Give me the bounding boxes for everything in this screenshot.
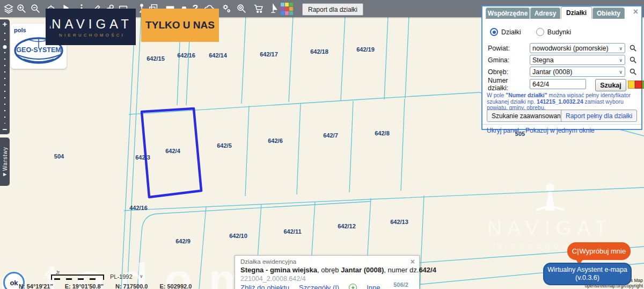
parcel-label-642/14[interactable]: 642/14 xyxy=(209,52,227,59)
szukanie-zaawansowane-button[interactable]: Szukanie zaawansowane xyxy=(487,110,569,122)
tab-obiekty[interactable]: Obiekty xyxy=(592,8,625,19)
e-mapa-app: 642/15642/16642/14642/17642/18642/195046… xyxy=(0,0,644,289)
parcel-label-642/12[interactable]: 642/12 xyxy=(338,223,356,229)
popup-parcel-description: Stegna - gmina wiejska, obręb Jantar (00… xyxy=(240,266,436,274)
popup-parcel-id: 221004_2.0008.642/4 xyxy=(240,275,306,283)
navigat-ad-banner[interactable]: NAVIGAT NIERUCHOMOŚCI xyxy=(46,9,136,45)
parcel-label-642/11[interactable]: 642/11 xyxy=(283,228,301,235)
inne-link[interactable]: Inne xyxy=(367,284,380,289)
navigat-banner-title: NAVIGAT xyxy=(52,17,133,32)
parcel-info-popup: Działka ewidencyjna × Stegna - gmina wie… xyxy=(235,255,420,289)
sail-icon[interactable] xyxy=(267,2,280,15)
search-panel: Współrzędne Adresy Działki Obiekty × Dzi… xyxy=(481,5,642,130)
assistant-button-line1: Wirtualny Asystent e-mapa xyxy=(547,266,627,274)
powiat-label: Powiat: xyxy=(488,45,530,52)
cart-icon[interactable] xyxy=(252,2,265,15)
panel-close-icon[interactable]: × xyxy=(633,8,638,16)
tab-dzialki[interactable]: Działki xyxy=(561,6,592,19)
navigat-watermark-title: NAVIGAT xyxy=(462,217,639,240)
zoom-in-plus[interactable]: + xyxy=(3,19,8,29)
zoom-in-icon[interactable] xyxy=(15,2,28,15)
radio-dzialki[interactable] xyxy=(490,28,498,36)
zblizh-do-obiektu-link[interactable]: Zbliż do obiektu xyxy=(240,284,289,289)
powiat-search-icon[interactable] xyxy=(629,44,637,52)
obreb-label: Obręb: xyxy=(488,68,530,76)
chevron-down-icon: ∨ xyxy=(619,69,623,75)
pokazuj-w-jednym-oknie-link[interactable]: Pokazuj w jednym oknie xyxy=(525,127,595,134)
search-plus-icon[interactable] xyxy=(235,2,248,15)
color-square-red[interactable] xyxy=(635,81,642,89)
typing-cursor-icon: C| xyxy=(572,247,579,255)
szukaj-button[interactable]: Szukaj xyxy=(595,79,626,91)
wirtualny-asystent-button[interactable]: Wirtualny Asystent e-mapa (v.0.3.6) xyxy=(543,263,632,285)
gears-icon[interactable] xyxy=(220,2,233,15)
szczegoly-link[interactable]: Szczegóły (I) xyxy=(299,284,339,289)
parcel-label-642/7[interactable]: 642/7 xyxy=(323,132,338,139)
assistant-button-line2: (v.0.3.6) xyxy=(575,274,599,282)
raport-dla-dzialki-button[interactable]: Raport dla działki xyxy=(302,3,363,16)
tab-wspolrzedne[interactable]: Współrzędne xyxy=(486,8,530,19)
obreb-search-icon[interactable] xyxy=(629,68,637,76)
panel-divider xyxy=(482,124,641,125)
zoom-current-level[interactable] xyxy=(3,45,7,49)
popup-close-icon[interactable]: × xyxy=(411,257,415,266)
lighthouse-watermark-icon xyxy=(529,180,571,214)
zoom-out-minus[interactable]: − xyxy=(3,125,8,134)
cursor-coordinates: N: 54°19'21″E: 19°01'50.8″N: 717500.0E: … xyxy=(19,283,203,289)
svg-text:GEO-SYSTEM: GEO-SYSTEM xyxy=(16,46,61,54)
parcel-label-642/4[interactable]: 642/4 xyxy=(165,148,180,154)
radio-budynki[interactable] xyxy=(536,28,544,36)
gmina-search-icon[interactable] xyxy=(629,56,637,64)
parcel-label-642/16[interactable]: 642/16 xyxy=(177,52,195,59)
navigat-banner-subtitle: NIERUCHOMOŚCI xyxy=(52,33,133,38)
radio-budynki-label: Budynki xyxy=(547,28,571,36)
chevron-down-icon: ∨ xyxy=(619,46,623,51)
gmina-select[interactable]: Stegna∨ xyxy=(530,55,625,65)
color-square-yellow[interactable] xyxy=(628,81,635,89)
parcel-label-642/9[interactable]: 642/9 xyxy=(175,238,191,244)
layers-tab-label: Warstwy xyxy=(2,147,8,171)
parcel-label-642/6[interactable]: 642/6 xyxy=(268,138,283,144)
add-plus-icon[interactable]: + xyxy=(349,284,357,289)
bubble-label: Wypróbuj mnie xyxy=(580,247,626,255)
color-square-green[interactable] xyxy=(642,81,644,89)
parcel-label-642/19[interactable]: 642/19 xyxy=(356,46,375,53)
popup-title: Działka ewidencyjna xyxy=(240,258,296,265)
ukryj-panel-link[interactable]: Ukryj panel xyxy=(487,127,519,134)
scale-bar xyxy=(51,274,104,280)
tab-adresy[interactable]: Adresy xyxy=(530,8,560,19)
parcel-label-642/13[interactable]: 642/13 xyxy=(390,219,408,225)
zoom-track[interactable] xyxy=(0,30,10,124)
zoom-out-icon[interactable] xyxy=(29,2,42,15)
parcel-label-642/17[interactable]: 642/17 xyxy=(260,51,278,57)
obreb-select[interactable]: Jantar (0008)∨ xyxy=(530,67,625,77)
navigat-watermark: NAVIGAT NIERUCHOMOŚCI xyxy=(462,180,639,249)
tylko-u-nas-banner[interactable]: TYLKO U NAS xyxy=(141,9,219,42)
zoom-slider[interactable]: + − xyxy=(0,19,10,134)
parcel-label-642/18[interactable]: 642/18 xyxy=(310,48,328,55)
parcel-label-504[interactable]: 504 xyxy=(54,153,64,160)
parcel-label-642/8[interactable]: 642/8 xyxy=(375,130,390,136)
wyprobuj-mnie-bubble[interactable]: C|Wypróbuj mnie xyxy=(567,242,631,260)
radio-dzialki-label: Działki xyxy=(501,28,521,36)
palette-icon[interactable] xyxy=(280,2,293,15)
raport-pelny-button[interactable]: Raport pełny dla działki xyxy=(561,110,637,122)
numer-dzialki-label: Numer działki: xyxy=(488,77,530,92)
numer-dzialki-input[interactable]: 642/4 xyxy=(530,79,586,89)
polska-emapa-label: pols xyxy=(14,27,26,33)
parcel-label-642/5[interactable]: 642/5 xyxy=(217,142,232,149)
parcel-label-642/10[interactable]: 642/10 xyxy=(229,233,247,239)
chevron-down-icon: ∨ xyxy=(140,273,143,279)
layers-tab-arrow-icon: ▶ xyxy=(3,172,6,177)
layers-panel-tab[interactable]: Warstwy ▶ xyxy=(0,138,10,186)
parcel-id-help-text: W pole "Numer działki" można wpisać pełn… xyxy=(487,92,640,111)
gmina-label: Gmina: xyxy=(488,56,530,64)
parcel-label-642/3[interactable]: 642/3 xyxy=(135,154,150,161)
powiat-select[interactable]: nowodworski (pomorskie)∨ xyxy=(530,43,625,53)
parcel-label-506/2[interactable]: 506/2 xyxy=(393,281,408,288)
parcel-label-642/15[interactable]: 642/15 xyxy=(147,55,165,62)
parcel-label-442/16[interactable]: 442/16 xyxy=(129,205,148,211)
layers-icon[interactable] xyxy=(2,2,15,15)
chevron-down-icon: ∨ xyxy=(619,57,623,63)
crs-selector[interactable]: PL-1992 xyxy=(110,273,133,280)
